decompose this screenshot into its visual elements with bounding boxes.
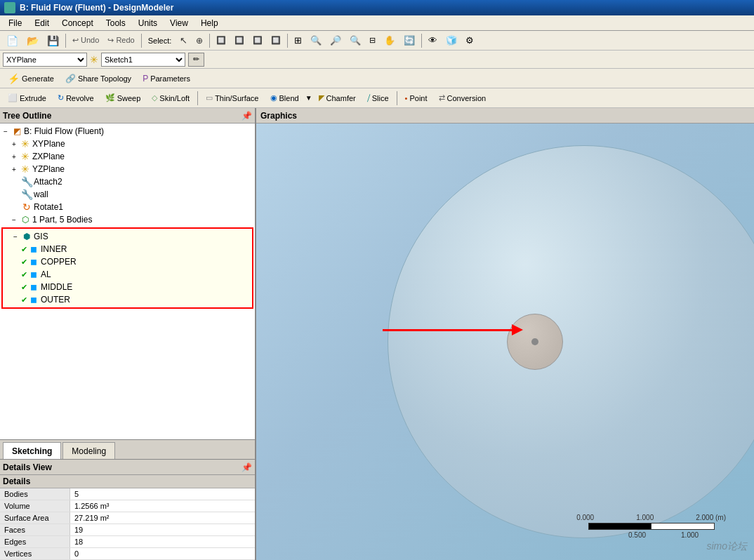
new-sketch-button[interactable]: ✏	[188, 53, 204, 67]
sweep-icon: 🌿	[105, 93, 115, 102]
tree-item-middle[interactable]: ✔ ◼ MIDDLE	[4, 281, 251, 293]
menu-edit[interactable]: Edit	[29, 17, 55, 29]
point-button[interactable]: • Point	[400, 91, 432, 106]
title-bar: B: Fluid Flow (Fluent) - DesignModeler	[0, 0, 754, 15]
view-extra[interactable]: ⚙	[462, 33, 477, 48]
plane-select[interactable]: XYPlane ZXPlane YZPlane	[3, 53, 87, 67]
view-btn-2[interactable]: 🔲	[231, 33, 248, 48]
wall-label: wall	[34, 189, 48, 199]
tree-item-yzplane[interactable]: + ✳ YZPlane	[0, 163, 255, 175]
label-volume: Volume	[0, 500, 70, 512]
label-bodies: Bodies	[0, 488, 70, 500]
tree-item-al[interactable]: ✔ ◼ AL	[4, 268, 251, 281]
zoom-out[interactable]: 🔎	[326, 33, 345, 48]
tab-modeling[interactable]: Modeling	[62, 442, 115, 459]
select-mode-2[interactable]: ⊕	[192, 33, 206, 48]
extrude-button[interactable]: ⬜ Extrude	[3, 91, 51, 106]
tree-item-wall[interactable]: + 🔧 wall	[0, 188, 255, 201]
sketch-select[interactable]: Sketch1	[101, 53, 185, 67]
scale-sublabels: 0.500 1.000	[604, 531, 699, 539]
details-row-faces: Faces 19	[0, 524, 255, 536]
revolve-label: Revolve	[66, 94, 94, 102]
gis-icon: ⬢	[21, 231, 32, 242]
details-row-surface: Surface Area 27.219 m²	[0, 512, 255, 524]
tree-item-rotate1[interactable]: + ↻ Rotate1	[0, 201, 255, 213]
menu-file[interactable]: File	[3, 17, 27, 29]
view-btn-3[interactable]: 🔲	[249, 33, 266, 48]
tree-item-zxplane[interactable]: + ✳ ZXPlane	[0, 150, 255, 163]
zoom-all[interactable]: ⊟	[366, 33, 379, 48]
generate-button[interactable]: ⚡ Generate	[3, 71, 59, 86]
view-btn-4[interactable]: 🔲	[267, 33, 284, 48]
toolbar-generate: ⚡ Generate 🔗 Share Topology Ρ Parameters	[0, 69, 754, 88]
zoom-extents[interactable]: ⊞	[291, 33, 305, 48]
slice-icon: ⧸	[367, 93, 370, 102]
view-btn-1[interactable]: 🔲	[213, 33, 230, 48]
title-text: B: Fluid Flow (Fluent) - DesignModeler	[20, 3, 173, 13]
3d-scene[interactable]: 0.000 1.000 2.000 (m) 0.500 1.000 simo论坛	[256, 124, 754, 560]
tree-item-xyplane[interactable]: + ✳ XYPlane	[0, 138, 255, 150]
menu-tools[interactable]: Tools	[100, 17, 131, 29]
zxplane-icon: ✳	[20, 151, 31, 162]
sweep-button[interactable]: 🌿 Sweep	[100, 91, 146, 106]
details-row-edges: Edges 18	[0, 536, 255, 548]
save-button[interactable]: 💾	[44, 33, 62, 48]
sep4	[287, 34, 288, 48]
blend-dropdown[interactable]: ▼	[305, 94, 312, 102]
expand-zxplane[interactable]: +	[10, 152, 18, 161]
tree-item-root[interactable]: − ◩ B: Fluid Flow (Fluent)	[0, 125, 255, 138]
tree-item-gis[interactable]: − ⬢ GIS	[4, 230, 251, 243]
details-header-label: Details View	[3, 462, 52, 472]
check-copper: ✔	[21, 258, 27, 267]
scale-0: 0.000	[576, 514, 594, 521]
root-label: B: Fluid Flow (Fluent)	[24, 126, 104, 136]
sep-model	[197, 91, 198, 105]
inner-label: INNER	[41, 244, 67, 254]
details-pin-icon[interactable]: 📌	[242, 462, 252, 472]
undo-button[interactable]: ↩ Undo	[69, 33, 102, 48]
tree-item-part1[interactable]: − ⬡ 1 Part, 5 Bodies	[0, 213, 255, 226]
menu-concept[interactable]: Concept	[56, 17, 99, 29]
tree-item-inner[interactable]: ✔ ◼ INNER	[4, 243, 251, 255]
thin-surface-button[interactable]: ▭ Thin/Surface	[201, 91, 263, 106]
slice-button[interactable]: ⧸ Slice	[362, 91, 394, 106]
tab-sketching[interactable]: Sketching	[3, 442, 61, 459]
new-button[interactable]: 📄	[3, 33, 22, 48]
open-button[interactable]: 📂	[23, 33, 42, 48]
tree-item-attach2[interactable]: + 🔧 Attach2	[0, 175, 255, 188]
parameters-label: Parameters	[150, 74, 190, 83]
redo-button[interactable]: ↪ Redo	[104, 33, 138, 48]
select-mode-1[interactable]: ↖	[176, 33, 191, 48]
revolve-button[interactable]: ↻ Revolve	[53, 91, 99, 106]
root-icon: ◩	[11, 126, 22, 137]
look-at[interactable]: 👁	[425, 33, 441, 48]
extrude-label: Extrude	[20, 94, 46, 102]
rotate-button[interactable]: 🔄	[400, 33, 418, 48]
parameters-button[interactable]: Ρ Parameters	[138, 71, 195, 86]
select-button[interactable]: Select:	[145, 33, 176, 48]
view-iso[interactable]: 🧊	[442, 33, 461, 48]
rotate1-icon: ↻	[21, 201, 32, 213]
expand-xyplane[interactable]: +	[10, 140, 18, 148]
expand-part1[interactable]: −	[10, 215, 18, 224]
zoom-box[interactable]: 🔍	[346, 33, 364, 48]
conversion-button[interactable]: ⇄ Conversion	[434, 91, 491, 106]
expand-gis[interactable]: −	[11, 232, 20, 241]
pin-icon[interactable]: 📌	[242, 111, 252, 121]
tree-item-copper[interactable]: ✔ ◼ COPPER	[4, 255, 251, 268]
plane-row: XYPlane ZXPlane YZPlane ✳ Sketch1 ✏	[0, 51, 754, 69]
pan-button[interactable]: ✋	[381, 33, 399, 48]
blend-button[interactable]: ◉ Blend	[265, 91, 304, 106]
expand-yzplane[interactable]: +	[10, 165, 18, 173]
menu-help[interactable]: Help	[195, 17, 224, 29]
chamfer-button[interactable]: ◤ Chamfer	[314, 91, 361, 106]
zoom-in[interactable]: 🔍	[307, 33, 325, 48]
tree-item-outer[interactable]: ✔ ◼ OUTER	[4, 293, 251, 306]
share-topology-button[interactable]: 🔗 Share Topology	[60, 71, 136, 86]
expand-root[interactable]: −	[1, 127, 10, 135]
menu-units[interactable]: Units	[133, 17, 163, 29]
menu-view[interactable]: View	[164, 17, 194, 29]
scale-1: 1.000	[636, 514, 654, 521]
skinloft-button[interactable]: ◇ Skin/Loft	[147, 91, 194, 106]
plane-icon: ✳	[90, 54, 98, 65]
